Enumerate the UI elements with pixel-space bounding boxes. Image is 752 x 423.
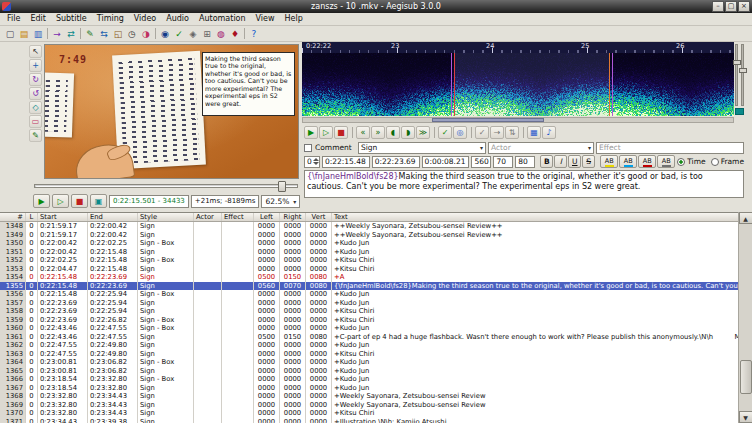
grid-row[interactable]: 135800:22:23.690:22:25.94Sign00000000000… — [0, 307, 738, 316]
help-icon[interactable]: ? — [247, 27, 261, 40]
shift-times-icon[interactable]: ⇄ — [64, 27, 78, 40]
goto-selection-button[interactable]: ◎ — [453, 126, 467, 139]
duration-input[interactable]: 0:00:08.21 — [422, 156, 470, 168]
auto-seek-video-toggle[interactable]: ▣ — [90, 194, 107, 208]
fonts-collector-icon[interactable]: ◍ — [214, 27, 228, 40]
kanji-timer-icon[interactable]: ◑ — [139, 27, 153, 40]
volume-slider-handle[interactable] — [739, 68, 747, 73]
save-subtitles-icon[interactable]: ▥ — [31, 27, 45, 40]
video-zoom-select[interactable]: 62.5% ▾ — [261, 195, 300, 208]
grid-row[interactable]: 135300:22:04.470:22:15.48Sign00000000000… — [0, 265, 738, 274]
video-play-button[interactable]: ▶ — [33, 194, 50, 208]
start-time-input[interactable]: 0:22:15.48 — [322, 156, 370, 168]
karaoke-mode-toggle[interactable]: ♪ — [542, 126, 556, 139]
scroll-up-icon[interactable]: ▲ — [739, 212, 752, 224]
grid-row[interactable]: 136600:23:18.540:23:32.80Sign - Box00000… — [0, 375, 738, 384]
menu-automation[interactable]: Automation — [194, 13, 251, 25]
zoom-slider-handle[interactable] — [733, 60, 741, 65]
margin-right-input[interactable]: 70 — [493, 156, 513, 168]
grid-header[interactable]: #LStartEndStyleActorEffectLeftRightVertT… — [0, 213, 738, 222]
play-last-500ms-button[interactable]: ◗ — [401, 126, 415, 139]
menu-audio[interactable]: Audio — [161, 13, 194, 25]
auto-commit-toggle[interactable]: ✓ — [475, 126, 489, 139]
bold-button[interactable]: B — [540, 155, 553, 168]
menu-edit[interactable]: Edit — [25, 13, 51, 25]
spin-up-icon[interactable] — [313, 158, 319, 161]
column-header-left[interactable]: Left — [254, 213, 280, 221]
properties-icon[interactable]: ◈ — [186, 27, 200, 40]
shadow-color-button[interactable]: AB — [657, 155, 675, 168]
comment-checkbox[interactable]: Comment — [304, 143, 356, 152]
audio-timeline[interactable]: 0:22:2223242526 — [302, 42, 734, 53]
frame-radio[interactable]: Frame — [711, 157, 744, 166]
grid-row[interactable]: 137000:23:32.800:23:34.43Sign00000000000… — [0, 409, 738, 418]
cursor-tool-icon[interactable]: ↖ — [29, 45, 42, 58]
audio-scroll-thumb[interactable] — [432, 118, 544, 122]
grid-row[interactable]: 135500:22:15.480:22:23.69Sign05600070008… — [0, 282, 738, 291]
time-radio[interactable]: Time — [677, 157, 705, 166]
grid-row[interactable]: 136400:23:00.810:23:06.82Sign - Box00000… — [0, 358, 738, 367]
open-subtitles-icon[interactable]: ▤ — [17, 27, 31, 40]
video-seek-slider[interactable] — [33, 181, 299, 192]
italic-button[interactable]: I — [554, 155, 567, 168]
grid-row[interactable]: 136900:23:32.800:23:34.43Sign00000000000… — [0, 401, 738, 410]
column-header-vert[interactable]: Vert — [306, 213, 332, 221]
menu-help[interactable]: Help — [280, 13, 308, 25]
automation-icon[interactable]: ♦ — [228, 27, 242, 40]
audio-scrollbar[interactable] — [302, 117, 734, 123]
subtitle-text-editor[interactable]: {\fnJaneHmlBold\fs28}Making the third se… — [304, 170, 744, 198]
end-time-input[interactable]: 0:22:23.69 — [372, 156, 420, 168]
underline-button[interactable]: U — [568, 155, 581, 168]
grid-row[interactable]: 136300:22:47.550:22:49.80Sign00000000000… — [0, 350, 738, 359]
column-header-right[interactable]: Right — [280, 213, 306, 221]
menu-subtitle[interactable]: Subtitle — [51, 13, 92, 25]
spellcheck-icon[interactable]: ✓ — [172, 27, 186, 40]
grid-row[interactable]: 137100:23:34.430:23:39.38Sign00000000000… — [0, 418, 738, 423]
scroll-down-icon[interactable]: ▼ — [739, 411, 752, 423]
grid-row[interactable]: 134800:21:59.170:22:00.42Sign00000000000… — [0, 222, 738, 231]
title-bar[interactable]: zanszs - 10 .mkv - Aegisub 3.0.0 – ▢ × — [0, 0, 752, 13]
link-sliders-toggle[interactable] — [735, 108, 744, 115]
play-after-button[interactable]: » — [371, 126, 385, 139]
play-to-end-button[interactable]: ≫ — [416, 126, 430, 139]
menu-timing[interactable]: Timing — [92, 13, 129, 25]
maximize-button[interactable]: ▢ — [725, 1, 737, 12]
resample-resolution-icon[interactable]: ◱ — [111, 27, 125, 40]
play-line-button[interactable]: ▷ — [319, 126, 333, 139]
video-display[interactable]: 7:49 Making the third season true to the… — [45, 45, 298, 178]
outline-color-button[interactable]: AB — [638, 155, 656, 168]
rotate-xy-tool-icon[interactable]: ↺ — [29, 87, 42, 100]
jump-to-icon[interactable]: → — [50, 27, 64, 40]
grid-row[interactable]: 135200:22:02.250:22:15.48Sign - Box00000… — [0, 256, 738, 265]
grid-scrollbar[interactable]: ▲ ▼ — [738, 212, 752, 423]
scroll-track[interactable] — [739, 224, 752, 411]
effect-input[interactable]: Effect — [596, 142, 744, 154]
grid-row[interactable]: 135100:22:00.420:22:15.48Sign00000000000… — [0, 248, 738, 257]
grid-row[interactable]: 134900:21:59.170:22:00.42Sign00000000000… — [0, 231, 738, 240]
grid-row[interactable]: 135400:22:15.480:22:23.69Sign05000150008… — [0, 273, 738, 282]
scale-tool-icon[interactable]: ◇ — [29, 101, 42, 114]
grid-row[interactable]: 135000:22:00.420:22:02.25Sign - Box00000… — [0, 239, 738, 248]
column-header-effect[interactable]: Effect — [222, 213, 254, 221]
column-header-text[interactable]: Text — [332, 213, 738, 221]
play-selection-button[interactable]: ▶ — [304, 126, 318, 139]
drag-tool-icon[interactable]: + — [29, 59, 42, 72]
actor-select[interactable]: Actor ▾ — [488, 142, 594, 154]
margin-vert-input[interactable]: 80 — [515, 156, 535, 168]
auto-next-toggle[interactable]: → — [490, 126, 504, 139]
styling-assistant-icon[interactable]: ✎ — [83, 27, 97, 40]
vector-clip-tool-icon[interactable]: ✎ — [29, 129, 42, 142]
audio-zoom-slider[interactable] — [735, 44, 738, 106]
rotate-z-tool-icon[interactable]: ↻ — [29, 73, 42, 86]
grid-row[interactable]: 136800:23:32.800:23:34.43Sign00000000000… — [0, 392, 738, 401]
play-before-button[interactable]: « — [356, 126, 370, 139]
strikeout-button[interactable]: S — [582, 155, 595, 168]
clip-tool-icon[interactable]: ▭ — [29, 115, 42, 128]
column-header-num[interactable]: # — [0, 213, 26, 221]
column-header-start[interactable]: Start — [38, 213, 88, 221]
grid-row[interactable]: 135700:22:23.690:22:25.94Sign00000000000… — [0, 299, 738, 308]
layer-spin-buttons[interactable] — [313, 158, 319, 165]
column-header-style[interactable]: Style — [138, 213, 194, 221]
grid-row[interactable]: 135900:22:23.690:22:26.82Sign - Box00000… — [0, 316, 738, 325]
timing-postprocessor-icon[interactable]: ◷ — [125, 27, 139, 40]
